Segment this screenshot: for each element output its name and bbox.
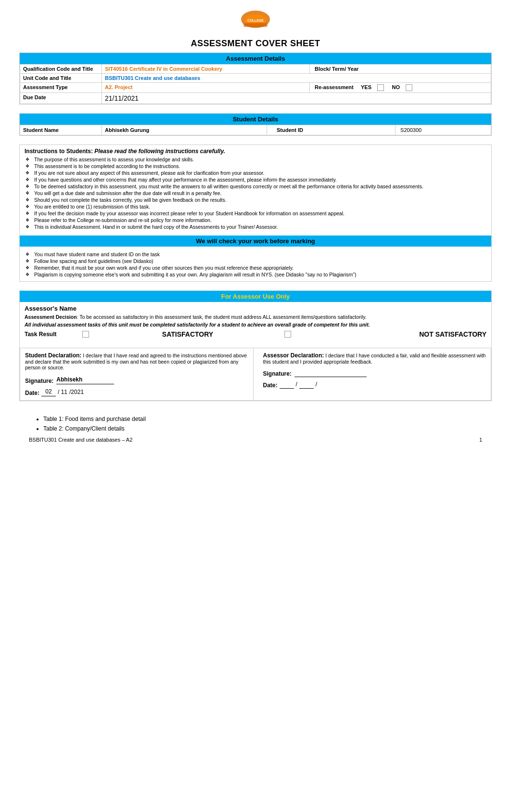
svg-rect-2	[243, 23, 268, 27]
assessment-type-value-text: A2. Project	[105, 84, 132, 90]
student-date-sep1: / 11	[58, 389, 67, 395]
assessment-details-section: Assessment Details Qualification Code an…	[19, 52, 492, 105]
list-item: This is individual Assessment. Hand in o…	[25, 224, 486, 230]
svg-text:COLLEGE: COLLEGE	[247, 19, 264, 22]
student-details-section: Student Details Student Name Abhisekh Gu…	[19, 113, 492, 136]
college-logo: COLLEGE	[236, 10, 275, 34]
check-bullets-content: You must have student name and student I…	[20, 249, 491, 281]
assessor-date-mid	[299, 387, 314, 389]
assessor-declaration-text: Assessor Declaration: I declare that I h…	[263, 352, 486, 365]
footer-section: Table 1: Food items and purchase detail …	[19, 416, 492, 443]
student-signature-label: Signature:	[25, 378, 53, 384]
list-item: If you have questions and other concerns…	[25, 177, 486, 183]
declaration-row: Student Declaration: I declare that I ha…	[20, 348, 491, 401]
list-item: The purpose of this assessment is to ass…	[25, 157, 486, 162]
all-individual-text-em: All individual assessment tasks of this …	[25, 322, 370, 327]
student-declaration-col: Student Declaration: I declare that I ha…	[20, 348, 254, 400]
assessment-decision-text: Assessment Decision: To be accessed as s…	[25, 314, 486, 320]
assessor-section: For Assessor Use Only Assessor's Name As…	[19, 290, 492, 401]
student-date-sep2: /2021	[69, 389, 84, 395]
reassessment-area: Re-assessment YES NO	[310, 83, 491, 93]
student-date-row: Date: 02 / 11 /2021	[25, 388, 248, 396]
instructions-bullets: The purpose of this assessment is to ass…	[25, 157, 486, 230]
student-sig-date: Signature: Abhisekh Date: 02 / 11 /2021	[25, 376, 248, 396]
student-id-value: S200300	[396, 125, 491, 135]
list-item: Please refer to the College re-submissio…	[25, 217, 486, 223]
satisfactory-area: SATISFACTORY	[82, 330, 284, 338]
we-will-check-banner: We will check your work before marking	[20, 236, 491, 247]
task-result-label: Task Result	[25, 331, 82, 338]
assessment-details-table: Qualification Code and Title SIT40516 Ce…	[20, 64, 491, 104]
student-details-header: Student Details	[20, 114, 491, 125]
due-date-row: Due Date 21/11/2021	[20, 93, 491, 104]
student-details-table: Student Name Abhisekh Gurung Student ID …	[20, 125, 491, 135]
list-item: Follow line spacing and font guidelines …	[25, 258, 486, 264]
student-name-label: Student Name	[20, 125, 102, 135]
due-date-label: Due Date	[20, 93, 102, 104]
assessor-date-sep2: /	[316, 381, 317, 388]
task-result-row: Task Result SATISFACTORY NOT SATISFACTOR…	[25, 330, 486, 338]
not-satisfactory-label: NOT SATISFACTORY	[293, 330, 486, 338]
list-item: This assessment is to be completed accor…	[25, 163, 486, 169]
no-label: NO	[392, 84, 400, 90]
due-date-value: 21/11/2021	[102, 93, 491, 104]
due-date-value-text: 21/11/2021	[105, 94, 139, 102]
list-item: Remember, that it must be your own work …	[25, 265, 486, 271]
list-item: You are entitled to one (1) resubmission…	[25, 204, 486, 210]
unit-code-row: Unit Code and Title BSBITU301 Create and…	[20, 74, 491, 83]
unit-code-value: BSBITU301 Create and use databases	[102, 74, 491, 83]
student-id-label: Student ID	[267, 125, 395, 135]
block-term-year-label-cell: Block/ Term/ Year	[310, 65, 491, 74]
instructions-title-italic: Please read the following instructions c…	[93, 148, 225, 155]
assessor-date-row: Date: / /	[263, 381, 486, 389]
list-item: Table 2: Company/Client details	[43, 425, 482, 432]
logo-area: COLLEGE	[19, 10, 492, 35]
qualification-value-text: SIT40516 Certificate IV in Commercial Co…	[105, 66, 222, 72]
reassessment-label: Re-assessment	[315, 84, 354, 90]
footer-list: Table 1: Food items and purchase detail …	[29, 416, 482, 432]
all-individual-text: All individual assessment tasks of this …	[25, 322, 486, 327]
instructions-section: Instructions to Students: Please read th…	[19, 144, 492, 282]
student-date-label: Date:	[25, 390, 39, 396]
assessment-type-row: Assessment Type A2. Project Re-assessmen…	[20, 83, 491, 93]
not-satisfactory-checkbox[interactable]	[284, 331, 291, 338]
qualification-label: Qualification Code and Title	[20, 65, 102, 74]
assessment-decision-label: Assessment Decision	[25, 314, 77, 320]
assessor-header: For Assessor Use Only	[20, 291, 491, 302]
assessor-content: Assessor's Name Assessment Decision: To …	[20, 302, 491, 344]
list-item: Table 1: Food items and purchase detail	[43, 416, 482, 422]
list-item: To be deemed satisfactory in this assess…	[25, 183, 486, 189]
check-bullets: You must have student name and student I…	[25, 251, 486, 277]
satisfactory-label: SATISFACTORY	[91, 330, 284, 338]
student-declaration-title: Student Declaration:	[25, 352, 81, 359]
assessor-declaration-col: Assessor Declaration: I declare that I h…	[258, 348, 491, 400]
list-item: Should you not complete the tasks correc…	[25, 197, 486, 203]
page-number: 1	[479, 437, 482, 443]
instructions-title: Instructions to Students: Please read th…	[25, 148, 486, 155]
unit-code-value-text: BSBITU301 Create and use databases	[105, 75, 200, 81]
block-term-year-label: Block/ Term/ Year	[315, 66, 358, 72]
assessor-signature-value	[294, 376, 367, 377]
qualification-row: Qualification Code and Title SIT40516 Ce…	[20, 65, 491, 74]
instructions-title-bold: Instructions to Students:	[25, 148, 93, 155]
instructions-content: Instructions to Students: Please read th…	[20, 145, 491, 234]
assessor-date-label: Date:	[263, 382, 278, 389]
yes-checkbox[interactable]	[377, 84, 384, 91]
assessor-signature-label: Signature:	[263, 370, 292, 377]
assessor-signature-line: Signature:	[263, 370, 486, 377]
assessment-decision-body: : To be accessed as satisfactory in this…	[77, 314, 367, 320]
student-name-value: Abhisekh Gurung	[102, 125, 267, 135]
assessor-date-sep1: /	[296, 381, 297, 388]
unit-code-label: Unit Code and Title	[20, 74, 102, 83]
assessor-date-day	[280, 387, 294, 389]
student-date-day: 02	[41, 388, 56, 396]
student-declaration-text: Student Declaration: I declare that I ha…	[25, 352, 248, 370]
satisfactory-checkbox[interactable]	[82, 331, 89, 338]
list-item: If you feel the decision made by your as…	[25, 210, 486, 216]
assessment-type-label: Assessment Type	[20, 83, 102, 93]
no-checkbox[interactable]	[406, 84, 412, 91]
qualification-value: SIT40516 Certificate IV in Commercial Co…	[102, 65, 310, 74]
page-title: ASSESSMENT COVER SHEET	[19, 39, 492, 49]
not-satisfactory-area: NOT SATISFACTORY	[284, 330, 486, 338]
list-item: If you are not sure about any aspect of …	[25, 170, 486, 176]
